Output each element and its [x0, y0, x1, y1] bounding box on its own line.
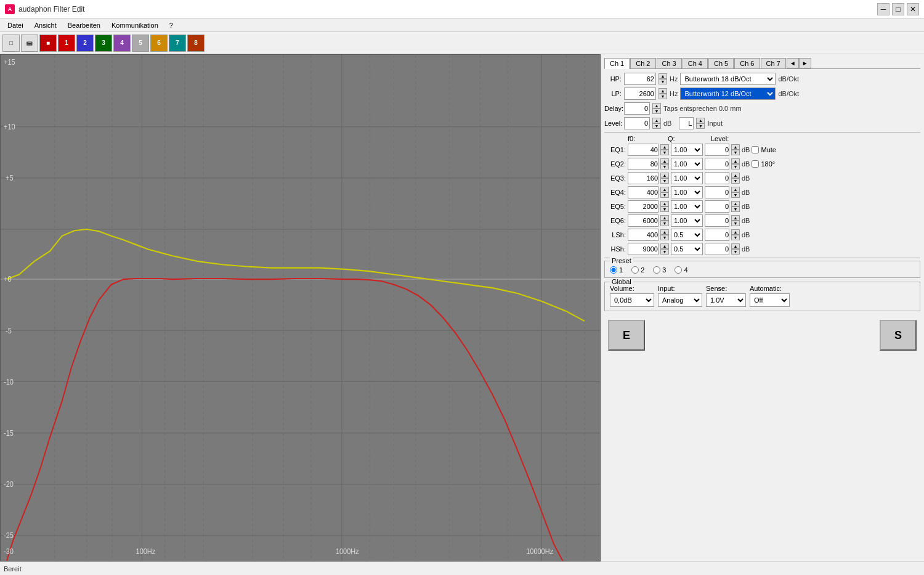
eq-level-down-4[interactable]: ▼: [731, 192, 740, 198]
eq-level-spinner-5[interactable]: ▲▼: [731, 201, 740, 212]
hp-freq-spinner[interactable]: ▲ ▼: [659, 73, 667, 84]
minimize-button[interactable]: ─: [877, 3, 890, 15]
eq-level-down-6[interactable]: ▼: [731, 221, 740, 226]
eq-freq-down-5[interactable]: ▼: [660, 206, 669, 212]
preset-1[interactable]: 1: [610, 266, 623, 274]
eq-level-up-7[interactable]: ▲: [731, 229, 740, 235]
eq-level-up-3[interactable]: ▲: [731, 173, 740, 178]
global-automatic-select[interactable]: OffOn: [750, 293, 790, 307]
delay-down[interactable]: ▼: [652, 108, 661, 114]
eq-q-select-5[interactable]: 0.50.71.001.42.0: [671, 200, 703, 213]
global-input-select[interactable]: AnalogDigitalAuto: [658, 293, 702, 307]
ch-tab-nav-next[interactable]: ►: [799, 58, 811, 68]
preset-4-radio[interactable]: [675, 266, 682, 274]
level-ch-down[interactable]: ▼: [696, 123, 705, 129]
delay-up[interactable]: ▲: [652, 103, 661, 108]
eq-level-up-8[interactable]: ▲: [731, 243, 740, 249]
eq-q-select-8[interactable]: 0.50.71.001.42.0: [671, 243, 703, 255]
eq-freq-input-6[interactable]: [628, 214, 659, 227]
ch-tab-ch-7[interactable]: Ch 7: [761, 58, 786, 68]
close-button[interactable]: ✕: [907, 3, 919, 15]
preset-2[interactable]: 2: [631, 266, 644, 274]
eq-level-up-1[interactable]: ▲: [731, 144, 740, 150]
eq-level-spinner-4[interactable]: ▲▼: [731, 187, 740, 198]
toolbar-new[interactable]: □: [2, 35, 20, 52]
eq-freq-down-1[interactable]: ▼: [660, 150, 669, 155]
level-spinner[interactable]: ▲ ▼: [652, 118, 661, 129]
eq-level-down-7[interactable]: ▼: [731, 235, 740, 240]
toolbar-ch1[interactable]: 1: [58, 35, 75, 52]
eq-q-select-1[interactable]: 0.50.71.001.42.0: [671, 144, 703, 156]
menu-item-bearbeiten[interactable]: Bearbeiten: [63, 20, 105, 30]
level-input[interactable]: [624, 117, 650, 129]
delay-spinner[interactable]: ▲ ▼: [652, 103, 661, 114]
preset-1-radio[interactable]: [610, 266, 617, 274]
lp-freq-down[interactable]: ▼: [659, 94, 667, 99]
eq-freq-input-2[interactable]: [628, 158, 659, 170]
eq-freq-spinner-7[interactable]: ▲▼: [660, 229, 669, 240]
lp-freq-spinner[interactable]: ▲ ▼: [659, 88, 667, 99]
ch-tab-ch-2[interactable]: Ch 2: [630, 58, 655, 68]
maximize-button[interactable]: □: [892, 3, 904, 15]
ch-tab-ch-3[interactable]: Ch 3: [657, 58, 682, 68]
eq-level-down-8[interactable]: ▼: [731, 249, 740, 255]
toolbar-ch7[interactable]: 7: [169, 35, 186, 52]
eq-q-select-4[interactable]: 0.50.71.001.42.0: [671, 186, 703, 198]
eq-q-select-7[interactable]: 0.50.71.001.42.0: [671, 229, 703, 241]
eq-freq-input-8[interactable]: [628, 243, 659, 255]
eq-level-spinner-3[interactable]: ▲▼: [731, 173, 740, 184]
ch-tab-ch-4[interactable]: Ch 4: [683, 58, 708, 68]
eq-level-down-2[interactable]: ▼: [731, 164, 740, 169]
e-button[interactable]: E: [608, 320, 645, 351]
preset-3[interactable]: 3: [653, 266, 666, 274]
eq-freq-down-4[interactable]: ▼: [660, 192, 669, 198]
eq-freq-down-3[interactable]: ▼: [660, 178, 669, 184]
eq-level-up-5[interactable]: ▲: [731, 201, 740, 206]
eq-freq-up-7[interactable]: ▲: [660, 229, 669, 235]
eq-level-input-7[interactable]: [705, 229, 729, 241]
eq-level-input-3[interactable]: [705, 172, 729, 184]
eq-freq-down-7[interactable]: ▼: [660, 235, 669, 240]
level-ch-input[interactable]: [679, 117, 694, 129]
eq-freq-spinner-8[interactable]: ▲▼: [660, 243, 669, 255]
preset-3-radio[interactable]: [653, 266, 660, 274]
preset-2-radio[interactable]: [631, 266, 639, 274]
global-sense-select[interactable]: 0.5V1.0V2.0V4.0V: [706, 293, 746, 307]
hp-freq-up[interactable]: ▲: [659, 73, 667, 79]
preset-4[interactable]: 4: [675, 266, 687, 274]
eq-freq-up-6[interactable]: ▲: [660, 215, 669, 221]
eq-freq-up-4[interactable]: ▲: [660, 187, 669, 192]
ch-tab-ch-5[interactable]: Ch 5: [708, 58, 734, 68]
eq-level-input-8[interactable]: [705, 243, 729, 255]
eq-freq-input-4[interactable]: [628, 186, 659, 198]
eq-freq-up-5[interactable]: ▲: [660, 201, 669, 206]
toolbar-ch5[interactable]: 5: [132, 35, 149, 52]
eq-level-input-1[interactable]: [705, 144, 729, 156]
eq-q-select-2[interactable]: 0.50.71.001.42.0: [671, 158, 703, 170]
eq-freq-up-8[interactable]: ▲: [660, 243, 669, 249]
eq-freq-spinner-1[interactable]: ▲▼: [660, 144, 669, 155]
eq-freq-up-3[interactable]: ▲: [660, 173, 669, 178]
menu-item-ansicht[interactable]: Ansicht: [30, 20, 62, 30]
eq-freq-input-5[interactable]: [628, 200, 659, 213]
eq-freq-down-2[interactable]: ▼: [660, 164, 669, 169]
eq-freq-spinner-2[interactable]: ▲▼: [660, 158, 669, 169]
delay-input[interactable]: [624, 102, 650, 115]
lp-freq-up[interactable]: ▲: [659, 88, 667, 94]
eq-level-input-5[interactable]: [705, 200, 729, 213]
hp-freq-down[interactable]: ▼: [659, 79, 667, 84]
eq-level-input-2[interactable]: [705, 158, 729, 170]
eq-level-down-5[interactable]: ▼: [731, 206, 740, 212]
eq-q-select-3[interactable]: 0.50.71.001.42.0: [671, 172, 703, 184]
eq-freq-spinner-4[interactable]: ▲▼: [660, 187, 669, 198]
ch-tab-nav-prev[interactable]: ◄: [787, 58, 799, 68]
ch-tab-ch-6[interactable]: Ch 6: [734, 58, 760, 68]
eq-freq-spinner-6[interactable]: ▲▼: [660, 215, 669, 226]
hp-filter-select[interactable]: Butterworth 18 dB/Oct Butterworth 6 dB/O…: [680, 73, 776, 85]
hp-freq-input[interactable]: [624, 73, 656, 85]
s-button[interactable]: S: [880, 320, 917, 351]
toolbar-save[interactable]: ■: [39, 35, 57, 52]
eq-level-up-6[interactable]: ▲: [731, 215, 740, 221]
eq-q-select-6[interactable]: 0.50.71.001.42.0: [671, 214, 703, 227]
eq-freq-input-7[interactable]: [628, 229, 659, 241]
